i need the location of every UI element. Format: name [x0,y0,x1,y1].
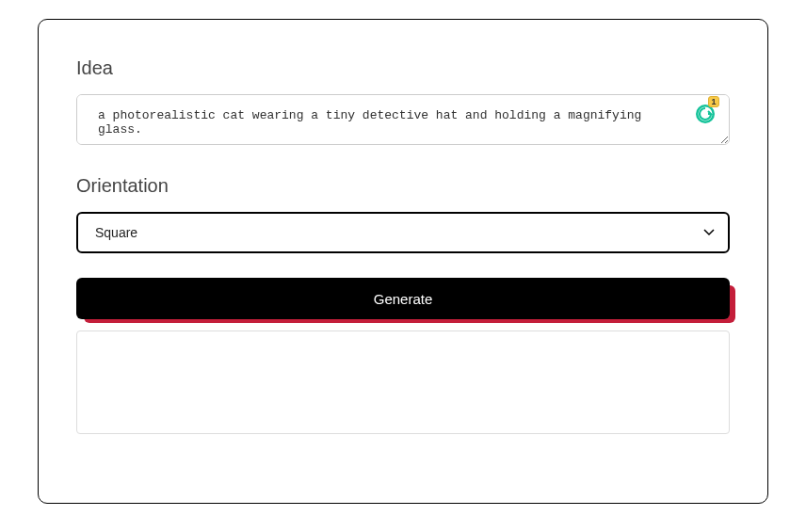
idea-input[interactable] [76,94,730,145]
orientation-label: Orientation [76,175,730,197]
form-card: Idea 1 Orientation Square Generate [38,19,768,504]
grammarly-icon[interactable]: 1 [694,102,717,124]
output-area [76,330,730,434]
generate-button[interactable]: Generate [76,278,730,319]
grammarly-count-badge: 1 [708,96,719,107]
generate-button-wrap: Generate [76,278,730,319]
orientation-select[interactable]: Square [76,212,730,253]
orientation-field-wrap: Square [76,212,730,253]
idea-field-wrap: 1 [76,94,730,149]
idea-label: Idea [76,57,730,79]
